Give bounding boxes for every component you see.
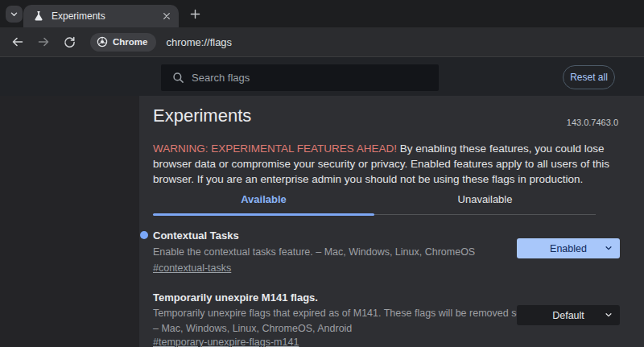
flag-name: Temporarily unexpire M141 flags. (153, 291, 318, 304)
tab-search-button[interactable] (6, 6, 23, 23)
page-title: Experiments (153, 105, 251, 126)
close-icon[interactable] (160, 10, 173, 23)
experimental-warning: WARNING: EXPERIMENTAL FEATURES AHEAD! By… (153, 141, 624, 187)
browser-toolbar: Chrome chrome://flags (0, 27, 644, 56)
forward-button[interactable] (34, 32, 53, 52)
page-background: Experiments 143.0.7463.0 WARNING: EXPERI… (0, 96, 644, 347)
chevron-down-icon (605, 244, 613, 252)
tab-available[interactable]: Available (153, 193, 374, 213)
search-input[interactable] (192, 72, 439, 84)
refresh-icon (64, 36, 76, 48)
flags-search-bar: Reset all (0, 56, 644, 96)
plus-icon (190, 9, 200, 19)
chrome-logo-icon (97, 36, 108, 48)
tab-strip: Experiments (0, 0, 644, 27)
new-tab-button[interactable] (187, 6, 204, 23)
flask-icon (33, 10, 44, 22)
version-number: 143.0.7463.0 (567, 118, 618, 127)
warning-label: WARNING: EXPERIMENTAL FEATURES AHEAD! (153, 143, 397, 155)
flag-value-select-enabled[interactable]: Enabled (517, 238, 620, 258)
reset-all-button[interactable]: Reset all (563, 65, 615, 89)
tab-title: Experiments (52, 10, 160, 22)
site-chip-label: Chrome (113, 37, 147, 47)
flag-row-contextual-tasks: Contextual Tasks Enable the contextual t… (139, 228, 644, 284)
flag-name: Contextual Tasks (153, 229, 239, 242)
flags-content: Experiments 143.0.7463.0 WARNING: EXPERI… (139, 96, 644, 347)
back-button[interactable] (8, 32, 27, 52)
active-tab-underline (153, 213, 374, 216)
search-icon (172, 72, 184, 84)
site-chip[interactable]: Chrome (90, 33, 156, 52)
modified-flag-dot-icon (140, 231, 148, 239)
flag-select-value: Enabled (550, 243, 587, 254)
address-bar-url[interactable]: chrome://flags (166, 36, 232, 48)
flag-permalink[interactable]: #contextual-tasks (153, 262, 231, 274)
flag-description: Enable the contextual tasks feature. – M… (153, 245, 539, 260)
availability-tabs: Available Unavailable (153, 193, 596, 216)
arrow-right-icon (37, 35, 50, 48)
arrow-left-icon (11, 35, 24, 48)
flag-row-unexpire-m141: Temporarily unexpire M141 flags. Tempora… (139, 290, 644, 347)
flag-permalink[interactable]: #temporary-unexpire-flags-m141 (153, 337, 299, 347)
browser-tab-experiments[interactable]: Experiments (23, 5, 179, 27)
chevron-down-icon (605, 311, 613, 319)
flag-description: Temporarily unexpire flags that expired … (153, 306, 539, 337)
search-box[interactable] (161, 64, 439, 91)
flag-select-value: Default (552, 310, 584, 321)
chevron-down-icon (10, 10, 19, 19)
flag-value-select-default[interactable]: Default (517, 305, 620, 325)
tab-unavailable[interactable]: Unavailable (374, 193, 596, 213)
reload-button[interactable] (60, 32, 79, 52)
